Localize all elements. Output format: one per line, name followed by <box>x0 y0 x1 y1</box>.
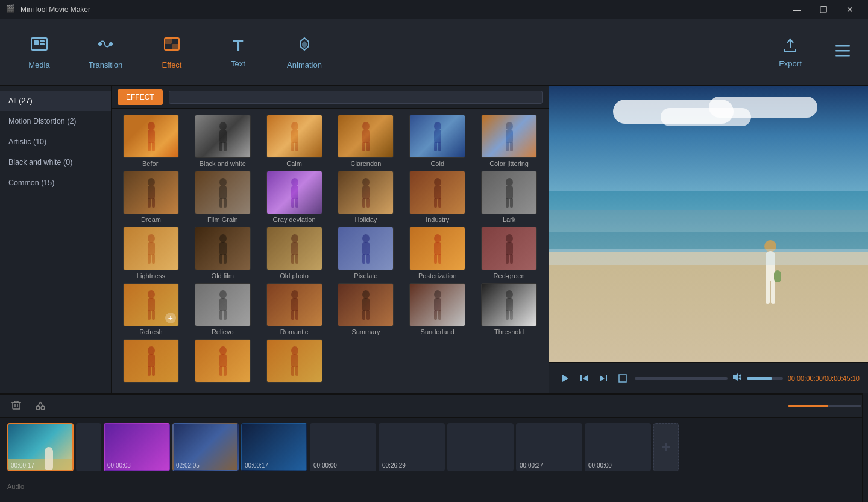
close-button[interactable]: ✕ <box>838 2 862 17</box>
svg-rect-53 <box>362 186 370 199</box>
effect-item-holiday[interactable]: Holiday <box>333 171 400 223</box>
sidebar-item-motion[interactable]: Motion Distortion (2) <box>0 111 111 132</box>
preview-video <box>549 86 868 362</box>
svg-rect-19 <box>152 142 155 151</box>
toolbar-item-media[interactable]: Media <box>12 25 66 80</box>
effect-item-bw[interactable]: Black and white <box>189 115 256 167</box>
svg-rect-62 <box>506 198 509 208</box>
effect-item-pixelate[interactable]: Pixelate <box>333 227 400 279</box>
zoom-slider[interactable] <box>788 405 861 407</box>
svg-rect-0 <box>31 38 47 50</box>
timeline-toolbar <box>0 395 868 418</box>
effect-item-scroll3[interactable] <box>261 339 328 383</box>
next-frame-button[interactable] <box>596 371 611 386</box>
svg-rect-38 <box>506 142 509 151</box>
effect-name-oldphoto: Old photo <box>280 272 309 279</box>
svg-point-120 <box>291 346 298 355</box>
effect-item-scroll1[interactable] <box>118 339 184 383</box>
effect-name-summary: Summary <box>351 328 380 335</box>
toolbar-export[interactable]: Export <box>763 37 817 68</box>
svg-rect-34 <box>434 142 437 151</box>
effect-item-dream[interactable]: Dream <box>118 171 184 223</box>
svg-point-104 <box>434 290 441 299</box>
add-clip-button[interactable] <box>653 423 679 471</box>
effect-name-bw: Black and white <box>200 160 246 167</box>
animation-label: Animation <box>287 60 322 69</box>
effect-item-oldfilm[interactable]: Old film <box>189 227 256 279</box>
svg-point-24 <box>291 122 298 130</box>
timeline-clip-c4[interactable]: 02:02:05 <box>172 423 239 471</box>
timeline-clip-c3[interactable]: 00:00:03 <box>104 423 170 471</box>
play-button[interactable] <box>558 371 572 386</box>
prev-frame-button[interactable] <box>577 371 591 386</box>
svg-rect-54 <box>362 198 365 208</box>
timeline-clip-c5[interactable]: 00:00:17 <box>241 423 307 471</box>
fullscreen-button[interactable] <box>615 371 630 386</box>
effect-item-colorjitter[interactable]: Color jittering <box>476 115 542 167</box>
effect-item-redgreen[interactable]: Red-green <box>476 227 542 279</box>
timeline-clip-c6[interactable]: 00:00:00 <box>310 423 376 471</box>
sidebar-item-bw[interactable]: Black and white (0) <box>0 152 111 173</box>
effect-item-befori[interactable]: Befori <box>118 115 184 167</box>
sidebar-item-common[interactable]: Common (15) <box>0 173 111 193</box>
effect-item-graydev[interactable]: Gray deviation <box>261 171 328 223</box>
toolbar: Media Transition Effect T Text <box>0 19 868 86</box>
svg-point-20 <box>219 122 227 130</box>
svg-marker-128 <box>600 375 605 381</box>
volume-icon <box>732 373 742 383</box>
timeline-clip-c1[interactable]: 00:00:17 <box>7 423 74 471</box>
effect-name-lark: Lark <box>503 216 515 223</box>
volume-slider[interactable] <box>747 377 783 380</box>
svg-rect-8 <box>172 38 179 44</box>
effect-item-sunderland[interactable]: Sunderland <box>404 283 471 335</box>
timeline-clip-c10[interactable]: 00:00:00 <box>585 423 651 471</box>
maximize-button[interactable]: ❐ <box>811 2 835 17</box>
effect-item-cold[interactable]: Cold <box>404 115 471 167</box>
svg-point-80 <box>434 234 441 243</box>
menu-button[interactable] <box>829 38 856 67</box>
effect-item-refresh[interactable]: + Refresh <box>118 283 184 335</box>
timeline-clip-c9[interactable]: 00:00:27 <box>516 423 582 471</box>
toolbar-item-effect[interactable]: Effect <box>145 25 199 80</box>
media-label: Media <box>28 60 49 69</box>
effect-name-lightness: Lightness <box>137 272 165 279</box>
effect-item-lark[interactable]: Lark <box>476 171 542 223</box>
filter-button[interactable]: EFFECT <box>118 89 163 105</box>
sidebar-item-all[interactable]: All (27) <box>0 91 111 111</box>
effect-name-poster: Posterization <box>418 272 457 279</box>
effect-item-poster[interactable]: Posterization <box>404 227 471 279</box>
svg-rect-63 <box>510 198 513 208</box>
effect-item-calm[interactable]: Calm <box>261 115 328 167</box>
toolbar-item-text[interactable]: T Text <box>211 25 265 80</box>
svg-marker-12 <box>302 41 307 48</box>
svg-rect-65 <box>148 242 155 255</box>
timeline-clip-c8[interactable] <box>447 423 514 471</box>
effect-item-clarendon[interactable]: Clarendon <box>333 115 400 167</box>
search-input[interactable] <box>169 91 542 104</box>
svg-rect-69 <box>219 242 227 255</box>
effect-item-industry[interactable]: Industry <box>404 171 471 223</box>
effect-item-summary[interactable]: Summary <box>333 283 400 335</box>
timeline-clip-c7[interactable]: 00:26:29 <box>379 423 445 471</box>
progress-bar[interactable] <box>635 377 728 380</box>
clip-time-c1: 00:00:17 <box>11 462 34 469</box>
minimize-button[interactable]: — <box>785 2 809 17</box>
effect-item-filmgrain[interactable]: Film Grain <box>189 171 256 223</box>
svg-rect-101 <box>362 298 370 311</box>
effect-item-oldphoto[interactable]: Old photo <box>261 227 328 279</box>
svg-rect-75 <box>295 254 298 264</box>
effect-item-threshold[interactable]: Threshold <box>476 283 542 335</box>
cut-button[interactable] <box>31 397 49 415</box>
effect-item-scroll2[interactable] <box>189 339 256 383</box>
svg-point-5 <box>109 42 113 46</box>
effect-item-lightness[interactable]: Lightness <box>118 227 184 279</box>
effect-item-relievo[interactable]: Relievo <box>189 283 256 335</box>
effect-item-romantic[interactable]: Romantic <box>261 283 328 335</box>
volume-fill <box>747 377 772 380</box>
delete-button[interactable] <box>7 397 25 415</box>
toolbar-item-transition[interactable]: Transition <box>78 25 133 80</box>
sidebar-item-artistic[interactable]: Artistic (10) <box>0 132 111 152</box>
svg-rect-27 <box>295 142 298 151</box>
timeline-clip-c2[interactable] <box>76 423 101 471</box>
toolbar-item-animation[interactable]: Animation <box>277 25 332 80</box>
